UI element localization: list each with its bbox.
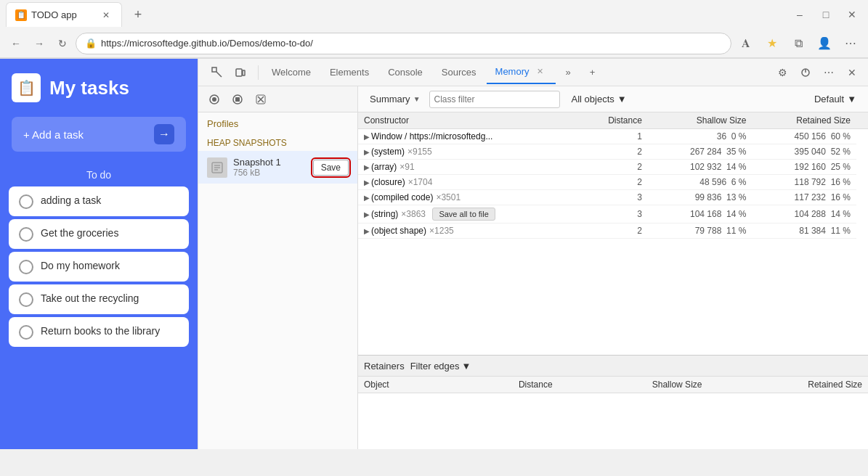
task-checkbox[interactable]	[19, 325, 33, 340]
new-devtools-tab-button[interactable]: +	[581, 61, 604, 84]
table-row[interactable]: ▶(compiled code)×3501 3 99 836 13 % 117 …	[358, 190, 868, 205]
count-badge: ×3863	[401, 209, 426, 219]
table-row[interactable]: ▶(array)×91 2 102 932 14 % 192 160 25 %	[358, 160, 868, 175]
tab-close-button[interactable]: ✕	[100, 9, 113, 22]
stop-button[interactable]	[227, 89, 248, 110]
snapshot-info: Snapshot 1 756 kB	[233, 157, 307, 178]
close-window-button[interactable]: ✕	[842, 4, 862, 25]
add-task-button[interactable]: + Add a task →	[12, 117, 186, 152]
task-item[interactable]: Do my homework	[9, 252, 189, 282]
task-item[interactable]: Take out the recycling	[9, 284, 189, 314]
class-filter-input[interactable]	[429, 91, 560, 108]
address-bar[interactable]: 🔒 https://microsoftedge.github.io/Demos/…	[76, 33, 731, 54]
filter-edges-arrow-icon: ▼	[462, 361, 471, 372]
tab-sources[interactable]: Sources	[433, 61, 485, 84]
refresh-button[interactable]: ↻	[52, 33, 73, 54]
svg-rect-0	[212, 67, 216, 72]
table-section: Constructor Distance Shallow Size Retain…	[358, 112, 868, 355]
record-button[interactable]	[204, 89, 224, 110]
col-constructor: Constructor	[358, 112, 578, 129]
svg-rect-2	[236, 69, 242, 76]
svg-point-7	[212, 97, 216, 102]
retainers-col-object: Object	[358, 377, 447, 393]
svg-rect-9	[235, 97, 240, 102]
tab-console[interactable]: Console	[379, 61, 431, 84]
profile-button[interactable]: 👤	[813, 32, 836, 55]
snapshot-item[interactable]: Snapshot 1 756 kB Save	[198, 151, 357, 184]
back-button[interactable]: ←	[6, 33, 26, 54]
devtools-more-button[interactable]: ⋯	[819, 62, 839, 83]
add-task-arrow: →	[154, 124, 174, 144]
inspect-button[interactable]	[207, 62, 227, 83]
task-text: Get the groceries	[41, 226, 118, 241]
table-row[interactable]: ▶(object shape)×1235 2 79 788 11 % 81 38…	[358, 223, 868, 239]
row-expand-icon[interactable]: ▶	[364, 133, 370, 141]
sidebar-title: My tasks	[49, 77, 129, 99]
count-badge: ×1704	[408, 177, 433, 187]
new-tab-button[interactable]: +	[128, 4, 148, 25]
more-options-button[interactable]: ⋯	[839, 32, 862, 55]
count-badge: ×9155	[407, 147, 432, 157]
tab-memory[interactable]: Memory ✕	[487, 61, 556, 84]
devtools-tabs-bar: Welcome Elements Console Sources Memory …	[198, 59, 868, 86]
collections-button[interactable]: ⧉	[787, 32, 810, 55]
distance-cell: 1	[578, 129, 648, 144]
task-text: adding a task	[41, 194, 101, 208]
task-checkbox[interactable]	[19, 227, 33, 242]
retained-size-cell: 395 040 52 %	[752, 144, 856, 160]
task-checkbox[interactable]	[19, 194, 33, 209]
tab-console-label: Console	[388, 67, 423, 78]
close-devtools-button[interactable]: ✕	[842, 62, 862, 83]
table-row[interactable]: ▶Window / https://microsoftedg... 1 36 0…	[358, 129, 868, 144]
tab-memory-label: Memory	[495, 66, 530, 77]
shallow-size-cell: 102 932 14 %	[648, 160, 753, 175]
maximize-button[interactable]: □	[816, 4, 836, 25]
settings-button[interactable]: ⚙	[772, 62, 792, 83]
experiments-button[interactable]	[795, 62, 816, 83]
minimize-button[interactable]: –	[790, 4, 810, 25]
task-checkbox[interactable]	[19, 292, 33, 307]
forward-button[interactable]: →	[29, 33, 49, 54]
task-item[interactable]: Get the groceries	[9, 219, 189, 249]
address-text: https://microsoftedge.github.io/Demos/de…	[101, 38, 313, 49]
tab-elements[interactable]: Elements	[321, 61, 378, 84]
retainers-table: Object Distance Shallow Size Retained Si…	[358, 377, 868, 393]
device-toolbar-button[interactable]	[230, 62, 251, 83]
summary-dropdown[interactable]: Summary ▼	[364, 92, 426, 106]
row-expand-icon[interactable]: ▶	[364, 178, 370, 186]
constructor-name: Window / https://microsoftedg...	[371, 131, 492, 141]
tab-elements-label: Elements	[330, 67, 369, 78]
memory-panel: Profiles HEAP SNAPSHOTS Snapshot 1 756 k…	[198, 86, 868, 449]
row-expand-icon[interactable]: ▶	[364, 227, 370, 235]
shallow-size-cell: 36 0 %	[648, 129, 753, 144]
row-expand-icon[interactable]: ▶	[364, 194, 370, 202]
favorites-button[interactable]: ★	[760, 32, 784, 55]
table-row[interactable]: ▶(string)×3863 Save all to file 3 104 16…	[358, 205, 868, 223]
shallow-size-cell: 267 284 35 %	[648, 144, 753, 160]
retainers-label: Retainers	[364, 361, 405, 372]
table-row[interactable]: ▶(closure)×1704 2 48 596 6 % 118 792 16 …	[358, 175, 868, 190]
all-objects-dropdown[interactable]: All objects ▼	[566, 92, 633, 106]
task-item[interactable]: Return books to the library	[9, 317, 189, 347]
task-checkbox[interactable]	[19, 260, 33, 274]
row-expand-icon[interactable]: ▶	[364, 148, 370, 156]
tab-welcome[interactable]: Welcome	[263, 61, 320, 84]
more-tabs-button[interactable]: »	[557, 61, 580, 84]
clear-button[interactable]	[251, 89, 271, 110]
read-aloud-button[interactable]: 𝐀	[734, 32, 758, 55]
task-text: Return books to the library	[41, 324, 160, 339]
col-scroll	[856, 112, 868, 129]
row-expand-icon[interactable]: ▶	[364, 163, 370, 171]
active-tab[interactable]: 📋 TODO app ✕	[6, 2, 122, 27]
table-row[interactable]: ▶(system)×9155 2 267 284 35 % 395 040 52…	[358, 144, 868, 160]
tab-memory-close-icon[interactable]: ✕	[534, 65, 547, 78]
save-all-button[interactable]: Save all to file	[432, 208, 495, 221]
filter-edges-button[interactable]: Filter edges ▼	[410, 361, 471, 372]
more-tabs-icon: »	[566, 67, 571, 78]
constructor-name: (system)	[371, 147, 405, 157]
constructor-name: (array)	[371, 162, 397, 172]
save-snapshot-button[interactable]: Save	[313, 160, 349, 176]
row-expand-icon[interactable]: ▶	[364, 210, 370, 218]
task-item[interactable]: adding a task	[9, 186, 189, 216]
default-dropdown[interactable]: Default ▼	[808, 92, 862, 106]
